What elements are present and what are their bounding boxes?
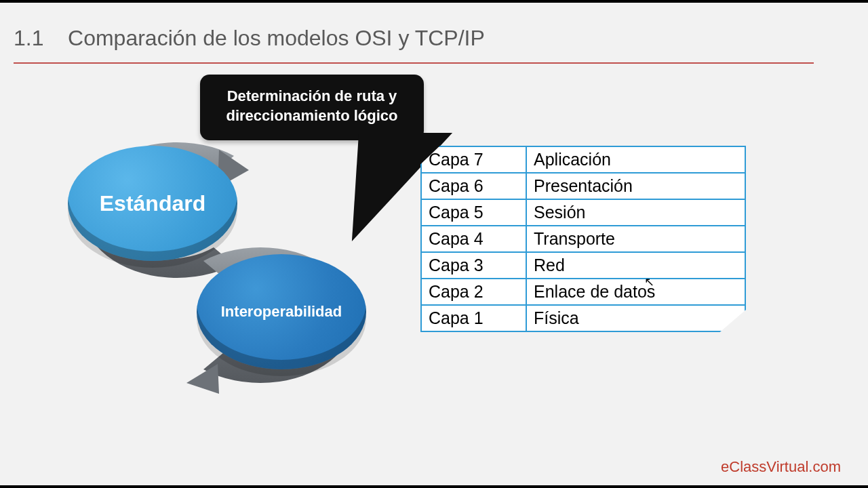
layer-number-cell: Capa 4 [421, 226, 526, 252]
callout-text: Determinación de ruta y direccionamiento… [226, 87, 397, 124]
layer-number-cell: Capa 2 [421, 279, 526, 305]
layer-number-cell: Capa 6 [421, 173, 526, 199]
layer-name-cell: Sesión [526, 199, 745, 226]
table-row: Capa 4Transporte [421, 226, 745, 252]
layer-name-cell: Presentación [526, 173, 745, 199]
section-number: 1.1 [14, 26, 43, 50]
osi-layers-table: Capa 7AplicaciónCapa 6PresentaciónCapa 5… [420, 146, 746, 332]
layer-name-cell: Aplicación [526, 146, 745, 173]
layer-name-cell: Física [526, 305, 745, 331]
osi-table-card: Capa 7AplicaciónCapa 6PresentaciónCapa 5… [420, 146, 746, 332]
table-row: Capa 1Física [421, 305, 745, 331]
letterbox-top [0, 0, 868, 3]
callout-bubble: Determinación de ruta y direccionamiento… [200, 75, 424, 140]
attribution-text: eClassVirtual.com [721, 458, 841, 476]
interoperability-disc: Interoperabilidad [197, 254, 366, 369]
title-underline [14, 62, 814, 64]
layer-number-cell: Capa 1 [421, 305, 526, 331]
standard-disc: Estándard [68, 146, 237, 261]
standard-label: Estándard [100, 191, 205, 216]
table-row: Capa 3Red [421, 252, 745, 279]
table-row: Capa 6Presentación [421, 173, 745, 199]
slide-title: 1.1 Comparación de los modelos OSI y TCP… [14, 26, 485, 51]
layer-name-cell: Red [526, 252, 745, 279]
layer-name-cell: Enlace de datos [526, 279, 745, 305]
interoperability-label: Interoperabilidad [221, 303, 342, 321]
letterbox-bottom [0, 485, 868, 488]
table-row: Capa 2Enlace de datos [421, 279, 745, 305]
section-title: Comparación de los modelos OSI y TCP/IP [68, 26, 485, 50]
layer-number-cell: Capa 5 [421, 199, 526, 226]
layer-number-cell: Capa 3 [421, 252, 526, 279]
layer-number-cell: Capa 7 [421, 146, 526, 173]
layer-name-cell: Transporte [526, 226, 745, 252]
standards-interop-diagram: Estándard Interoperabilidad [44, 125, 383, 396]
table-row: Capa 5Sesión [421, 199, 745, 226]
table-row: Capa 7Aplicación [421, 146, 745, 173]
